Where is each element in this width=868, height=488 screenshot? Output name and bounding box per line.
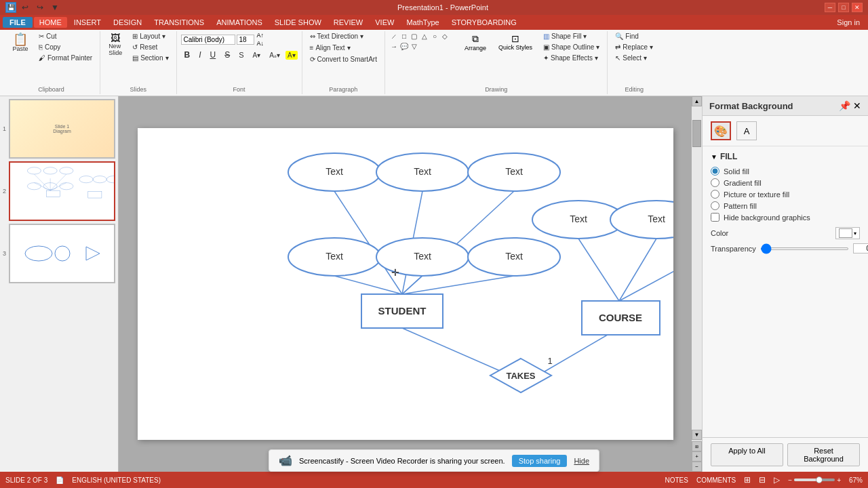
font-size-input[interactable] [237, 35, 254, 45]
shape-diamond-icon[interactable]: ◇ [440, 31, 450, 41]
close-button[interactable]: ✕ [852, 3, 863, 12]
customize-icon[interactable]: ▼ [49, 1, 61, 14]
shape-round-rect-icon[interactable]: ▢ [410, 31, 419, 41]
cut-button[interactable]: ✂ Cut [35, 31, 96, 41]
shape-arrow-icon[interactable]: → [389, 41, 399, 51]
fill-paint-icon[interactable]: 🎨 [711, 121, 731, 140]
view-reading-icon[interactable]: ▷ [774, 475, 780, 485]
transparency-slider[interactable] [760, 247, 849, 250]
zoom-in-icon[interactable]: + [837, 476, 841, 484]
font-color-button[interactable]: A▾ [250, 50, 264, 60]
zoom-out-icon[interactable]: − [788, 476, 792, 484]
save-icon[interactable]: 💾 [5, 2, 16, 13]
text-direction-button[interactable]: ⇔ Text Direction ▾ [307, 31, 368, 41]
replace-button[interactable]: ⇄ Replace ▾ [612, 42, 656, 52]
section-button[interactable]: ▤ Section ▾ [129, 53, 172, 63]
color-picker-button[interactable]: ▾ [835, 227, 860, 239]
new-slide-button[interactable]: 🖼 NewSlide [104, 31, 126, 58]
shape-callout-icon[interactable]: 💬 [399, 41, 409, 51]
font-size-aa-button[interactable]: Aₐ▾ [266, 50, 283, 60]
scroll-up-button[interactable]: ▲ [692, 96, 702, 106]
vertical-scrollbar[interactable]: ▲ ▼ ⊞ + − [692, 96, 702, 472]
paste-button[interactable]: 📋 Paste [7, 31, 34, 54]
transparency-value[interactable] [853, 243, 868, 253]
notes-icon[interactable]: 📄 [56, 476, 64, 484]
home-tab[interactable]: HOME [34, 17, 67, 28]
pattern-fill-radio[interactable] [711, 201, 719, 210]
quick-styles-button[interactable]: ⊡ Quick Styles [494, 31, 537, 53]
reset-background-button[interactable]: Reset Background [787, 443, 860, 466]
storyboarding-tab[interactable]: STORYBOARDING [446, 17, 522, 28]
canvas-area[interactable]: Text Text Text Text Text Text STUDENT Te… [119, 96, 692, 472]
text-options-icon[interactable]: A [736, 121, 757, 140]
align-text-button[interactable]: ≡ Align Text ▾ [307, 43, 354, 53]
maximize-button[interactable]: □ [838, 3, 849, 12]
slide-3-thumb[interactable] [9, 224, 115, 283]
shape-circle-icon[interactable]: ○ [430, 31, 439, 41]
redo-icon[interactable]: ↪ [34, 1, 46, 14]
apply-all-button[interactable]: Apply to All [711, 443, 783, 466]
minimize-button[interactable]: ─ [825, 3, 835, 12]
strikethrough-button[interactable]: S [221, 49, 233, 61]
picture-fill-option[interactable]: Picture or texture fill [711, 190, 860, 199]
view-sorter-icon[interactable]: ⊟ [759, 475, 766, 485]
find-button[interactable]: 🔍 Find [612, 31, 656, 41]
convert-smartart-button[interactable]: ⟳ Convert to SmartArt [307, 54, 380, 64]
pattern-fill-option[interactable]: Pattern fill [711, 201, 860, 210]
design-tab[interactable]: DESIGN [108, 17, 147, 28]
stop-sharing-button[interactable]: Stop sharing [512, 455, 568, 467]
view-normal-icon[interactable]: ⊞ [744, 475, 751, 485]
layout-button[interactable]: ⊞ Layout ▾ [129, 31, 172, 41]
animations-tab[interactable]: ANIMATIONS [211, 17, 268, 28]
slide-canvas[interactable]: Text Text Text Text Text Text STUDENT Te… [138, 128, 673, 440]
shape-triangle-icon[interactable]: △ [420, 31, 429, 41]
shape-fill-button[interactable]: ▥ Shape Fill ▾ [540, 31, 603, 41]
slide-1-thumb[interactable]: Slide 1Diagram [9, 99, 115, 159]
fit-page-button[interactable]: ⊞ [692, 441, 702, 451]
transitions-tab[interactable]: TRANSITIONS [149, 17, 210, 28]
underline-button[interactable]: U [207, 49, 220, 61]
insert-tab[interactable]: INSERT [68, 17, 106, 28]
zoom-out-button[interactable]: − [692, 462, 702, 472]
shape-line-icon[interactable]: ⟋ [389, 31, 399, 41]
hide-graphics-option[interactable]: Hide background graphics [711, 213, 860, 222]
shape-effects-button[interactable]: ✦ Shape Effects ▾ [540, 53, 603, 63]
bold-button[interactable]: B [181, 49, 194, 61]
slideshow-tab[interactable]: SLIDE SHOW [269, 17, 327, 28]
file-menu[interactable]: FILE [3, 17, 33, 28]
scroll-track[interactable] [692, 106, 702, 430]
solid-fill-radio[interactable] [711, 167, 719, 176]
fill-section-toggle[interactable]: ▼ FILL [711, 152, 860, 161]
undo-icon[interactable]: ↩ [19, 1, 31, 14]
zoom-slider[interactable]: − + [788, 476, 841, 484]
italic-button[interactable]: I [195, 49, 204, 61]
copy-button[interactable]: ⎘ Copy [35, 42, 96, 52]
scroll-down-button[interactable]: ▼ [692, 430, 702, 440]
select-button[interactable]: ↖ Select ▾ [612, 53, 656, 63]
solid-fill-option[interactable]: Solid fill [711, 167, 860, 176]
signin-link[interactable]: Sign in [831, 17, 865, 28]
slide-2-thumb[interactable] [9, 161, 115, 221]
arrange-button[interactable]: ⧉ Arrange [460, 31, 491, 54]
font-family-input[interactable] [181, 35, 235, 45]
gradient-fill-radio[interactable] [711, 178, 719, 187]
format-painter-button[interactable]: 🖌 Format Painter [35, 53, 96, 63]
reset-button[interactable]: ↺ Reset [129, 42, 172, 52]
gradient-fill-option[interactable]: Gradient fill [711, 178, 860, 187]
zoom-in-button[interactable]: + [692, 451, 702, 462]
comments-button[interactable]: COMMENTS [696, 476, 736, 484]
notes-button[interactable]: NOTES [665, 476, 688, 484]
mathtype-tab[interactable]: MathType [401, 17, 444, 28]
scroll-thumb[interactable] [692, 120, 701, 147]
shape-rect-icon[interactable]: □ [399, 31, 409, 41]
shadow-button[interactable]: S [235, 49, 247, 60]
shape-more-icon[interactable]: ▽ [410, 41, 419, 51]
shape-outline-button[interactable]: ▣ Shape Outline ▾ [540, 42, 603, 52]
format-panel-close-button[interactable]: ✕ [853, 100, 861, 111]
format-panel-pin-button[interactable]: 📌 [839, 100, 850, 111]
picture-fill-radio[interactable] [711, 190, 719, 199]
view-tab[interactable]: VIEW [370, 17, 399, 28]
hide-graphics-checkbox[interactable] [711, 213, 719, 222]
review-tab[interactable]: REVIEW [328, 17, 368, 28]
highlight-button[interactable]: A▾ [285, 51, 298, 60]
